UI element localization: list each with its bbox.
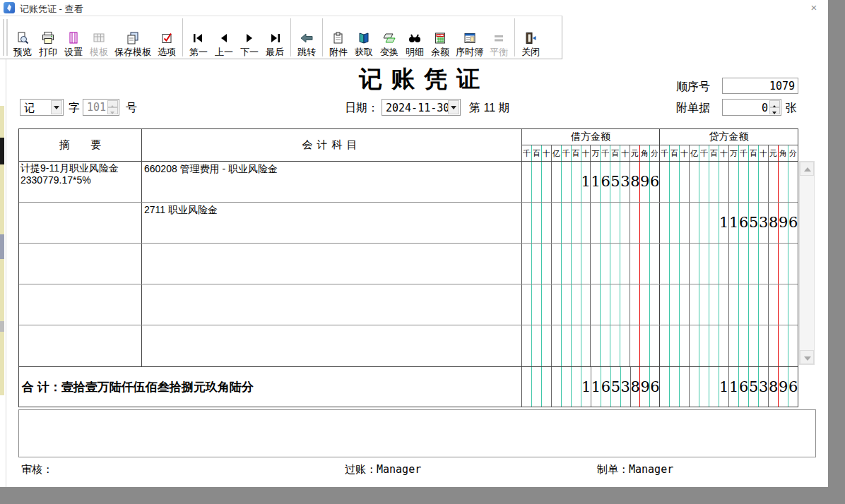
amount-digit-cell: 6 xyxy=(739,367,749,407)
summary-cell[interactable] xyxy=(19,244,142,284)
amount-digit-cell xyxy=(729,284,739,325)
summary-cell[interactable]: 计提9-11月职业风险金2330779.17*5% xyxy=(19,162,142,202)
amount-digit-cell xyxy=(640,244,650,284)
jump-button[interactable]: 跳转 xyxy=(294,16,319,59)
account-cell[interactable] xyxy=(142,325,522,366)
fetch-icon xyxy=(357,30,371,47)
amount-digit-cell xyxy=(670,162,680,202)
amount-digit-cell xyxy=(709,162,719,202)
toolbar-button-label: 平衡 xyxy=(490,47,508,57)
amount-digit-cell xyxy=(572,203,581,243)
table-header: 摘 要 会计科目 借方金额 千百十亿千百十万千百十元角分 贷方金额 千百十亿千百… xyxy=(19,129,798,162)
account-cell[interactable] xyxy=(142,244,522,284)
next-button[interactable]: 下一 xyxy=(237,16,262,59)
credit-amount-cell[interactable] xyxy=(660,244,798,284)
debit-amount-cell[interactable] xyxy=(522,284,660,325)
amount-digit-cell xyxy=(769,325,779,366)
toolbar-group: 附件获取变换明细CHS余额序时簿平衡 xyxy=(326,16,512,59)
serial-input[interactable]: 1079 xyxy=(722,78,798,94)
fetch-button[interactable]: 获取 xyxy=(351,16,377,59)
toolbar-button-label: 明细 xyxy=(406,47,424,57)
credit-amount-cell[interactable] xyxy=(660,162,798,202)
detail-button[interactable]: 明细 xyxy=(402,16,427,59)
amount-digit-cell xyxy=(562,325,572,366)
toolbar-button-label: 打印 xyxy=(39,47,57,57)
debit-header-title: 借方金额 xyxy=(522,129,659,145)
digit-header-cell: 十 xyxy=(680,145,690,161)
amount-digit-cell xyxy=(690,203,699,243)
digit-header-cell: 千 xyxy=(601,145,610,161)
amount-digit-cell xyxy=(709,325,719,366)
summary-cell[interactable] xyxy=(19,284,142,325)
account-cell[interactable]: 660208 管理费用 - 职业风险金 xyxy=(142,162,522,202)
close-door-button[interactable]: 关闭 xyxy=(518,16,543,59)
balance-button[interactable]: CHS余额 xyxy=(427,16,453,59)
summary-cell[interactable] xyxy=(19,203,142,243)
spinner-up-icon[interactable] xyxy=(769,100,780,107)
amount-digit-cell xyxy=(759,162,769,202)
account-cell[interactable] xyxy=(142,284,522,325)
toolbar-button-label: 下一 xyxy=(240,47,259,57)
amount-digit-cell xyxy=(630,284,640,325)
amount-digit-cell xyxy=(690,162,699,202)
amount-digit-cell: 6 xyxy=(788,367,798,407)
scroll-up-icon[interactable] xyxy=(800,162,814,176)
amount-digit-cell xyxy=(542,244,552,284)
amount-digit-cell xyxy=(779,162,788,202)
spinner-down-icon[interactable] xyxy=(769,107,780,114)
amount-digit-cell: 8 xyxy=(631,367,641,407)
chevron-down-icon[interactable] xyxy=(448,100,459,114)
table-row: 2711 职业风险金11653896 xyxy=(19,203,798,244)
amount-digit-cell xyxy=(739,244,749,284)
debit-amount-cell[interactable] xyxy=(522,203,660,243)
table-row xyxy=(19,244,798,284)
summary-cell[interactable] xyxy=(19,325,142,366)
attachment-button[interactable]: 附件 xyxy=(326,16,351,59)
date-select[interactable]: 2024-11-30 xyxy=(382,99,461,116)
last-button[interactable]: 最后 xyxy=(262,16,288,59)
toolbar-grip[interactable] xyxy=(3,19,8,56)
amount-digit-cell xyxy=(739,325,749,366)
debit-amount-cell[interactable] xyxy=(522,325,660,366)
save-template-button[interactable]: 保存模板 xyxy=(112,16,154,59)
voucher-word-select[interactable]: 记 xyxy=(20,99,64,116)
save-template-icon xyxy=(126,30,140,47)
credit-amount-cell[interactable]: 11653896 xyxy=(660,203,798,243)
toolbar-button-label: 模板 xyxy=(90,47,108,57)
debit-amount-cell[interactable] xyxy=(522,244,660,284)
preview-button[interactable]: 预览 xyxy=(10,16,35,59)
amount-digit-cell xyxy=(670,367,680,407)
attachment-spinner[interactable] xyxy=(769,100,780,114)
amount-digit-cell xyxy=(660,367,670,407)
attachment-input[interactable]: 0 xyxy=(722,99,781,116)
chevron-down-icon[interactable] xyxy=(51,100,62,114)
amount-digit-cell xyxy=(610,203,620,243)
options-button[interactable]: 选项 xyxy=(154,16,179,59)
amount-digit-cell: 3 xyxy=(759,367,769,407)
amount-digit-cell xyxy=(749,325,759,366)
debit-amount-cell[interactable]: 11653896 xyxy=(522,162,660,202)
journal-button[interactable]: 序时簿 xyxy=(453,16,486,59)
credit-amount-cell[interactable] xyxy=(660,284,798,325)
vertical-scrollbar[interactable] xyxy=(799,161,815,365)
toolbar-group: 跳转 xyxy=(294,16,319,59)
amount-digit-cell: 8 xyxy=(769,203,779,243)
voucher-number-spinner xyxy=(107,100,118,114)
scroll-down-icon[interactable] xyxy=(800,350,814,364)
digit-header-cell: 分 xyxy=(650,145,659,161)
first-button[interactable]: 第一 xyxy=(186,16,211,59)
prev-button[interactable]: 上一 xyxy=(211,16,237,59)
settings-button[interactable]: 设置 xyxy=(61,16,86,59)
next-icon xyxy=(242,30,256,47)
toolbar-button-label: 设置 xyxy=(64,47,83,57)
transform-button[interactable]: 变换 xyxy=(377,16,402,59)
credit-amount-cell[interactable] xyxy=(660,325,798,366)
close-icon[interactable]: × xyxy=(804,1,824,15)
digit-header-cell: 百 xyxy=(610,145,620,161)
toolbar-group: 第一上一下一最后 xyxy=(186,16,288,59)
print-button[interactable]: 打印 xyxy=(35,16,61,59)
account-cell[interactable]: 2711 职业风险金 xyxy=(142,203,522,243)
amount-digit-cell xyxy=(660,325,670,366)
amount-digit-cell: 6 xyxy=(739,203,749,243)
amount-digit-cell xyxy=(542,203,552,243)
